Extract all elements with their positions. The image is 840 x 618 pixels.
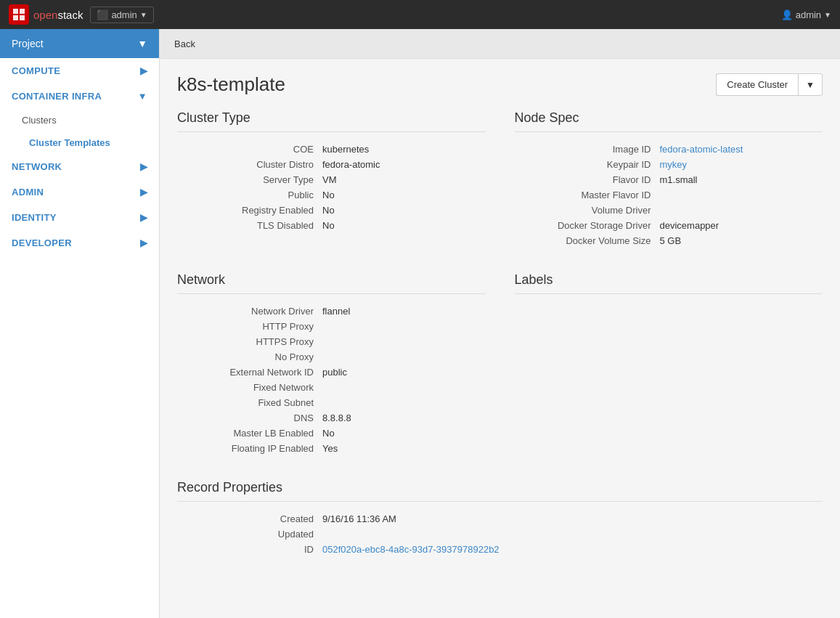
docker-storage-driver-value: devicemapper bbox=[660, 220, 823, 231]
layout: Project ▼ COMPUTE ▶ CONTAINER INFRA ▼ Cl… bbox=[0, 29, 840, 618]
project-button[interactable]: Project ▼ bbox=[0, 29, 159, 58]
volume-driver-value bbox=[660, 205, 823, 216]
nav-admin-label: admin bbox=[111, 9, 136, 20]
project-label: Project bbox=[12, 38, 44, 49]
https-proxy-label: HTTPS Proxy bbox=[177, 336, 322, 347]
tls-disabled-value: No bbox=[322, 220, 486, 231]
nav-admin-dropdown[interactable]: ⬛ admin ▼ bbox=[90, 7, 153, 23]
sidebar-section-compute[interactable]: COMPUTE ▶ bbox=[0, 58, 159, 84]
record-properties-title: Record Properties bbox=[177, 480, 823, 502]
updated-row: Updated bbox=[177, 529, 823, 540]
node-spec-section: Node Spec Image ID fedora-atomic-latest … bbox=[515, 110, 823, 251]
coe-value: kubernetes bbox=[322, 144, 486, 155]
https-proxy-row: HTTPS Proxy bbox=[177, 336, 486, 347]
no-proxy-value bbox=[322, 351, 486, 362]
tls-disabled-label: TLS Disabled bbox=[177, 220, 322, 231]
flavor-id-row: Flavor ID m1.small bbox=[515, 174, 823, 185]
tls-disabled-row: TLS Disabled No bbox=[177, 220, 486, 231]
cluster-templates-label: Cluster Templates bbox=[29, 137, 110, 148]
admin-label: Admin bbox=[12, 187, 44, 198]
network-driver-row: Network Driver flannel bbox=[177, 306, 486, 317]
create-cluster-button[interactable]: Create Cluster bbox=[716, 73, 798, 96]
created-row: Created 9/16/16 11:36 AM bbox=[177, 513, 823, 524]
external-network-id-row: External Network ID public bbox=[177, 367, 486, 378]
public-value: No bbox=[322, 190, 486, 200]
brand-name: openstack bbox=[33, 9, 83, 21]
image-id-value[interactable]: fedora-atomic-latest bbox=[660, 144, 823, 155]
cluster-distro-value: fedora-atomic bbox=[322, 159, 486, 170]
network-section-title: Network bbox=[177, 272, 486, 294]
user-caret-icon: ▼ bbox=[824, 11, 831, 19]
sidebar-item-clusters[interactable]: Clusters bbox=[0, 109, 159, 131]
labels-section-title: Labels bbox=[515, 272, 823, 294]
navbar-right-user[interactable]: 👤 admin ▼ bbox=[781, 9, 831, 20]
sidebar-section-admin[interactable]: Admin ▶ bbox=[0, 179, 159, 205]
fixed-subnet-label: Fixed Subnet bbox=[177, 397, 322, 408]
network-section: Network Network Driver flannel HTTP Prox… bbox=[177, 272, 486, 458]
back-link[interactable]: Back bbox=[174, 38, 195, 49]
admin-expand-icon: ▶ bbox=[140, 187, 147, 198]
developer-label: Developer bbox=[12, 237, 72, 248]
sidebar-section-identity[interactable]: Identity ▶ bbox=[0, 205, 159, 230]
flavor-id-value: m1.small bbox=[660, 174, 823, 185]
fixed-network-value bbox=[322, 382, 486, 393]
dns-label: DNS bbox=[177, 412, 322, 423]
sidebar-item-cluster-templates[interactable]: Cluster Templates bbox=[0, 131, 159, 154]
keypair-id-row: Keypair ID mykey bbox=[515, 159, 823, 170]
external-network-id-value: public bbox=[322, 367, 486, 378]
id-value[interactable]: 052f020a-ebc8-4a8c-93d7-3937978922b2 bbox=[322, 544, 823, 555]
sidebar: Project ▼ COMPUTE ▶ CONTAINER INFRA ▼ Cl… bbox=[0, 29, 160, 618]
created-label: Created bbox=[177, 513, 322, 524]
page-title: k8s-template bbox=[177, 73, 285, 96]
master-flavor-id-label: Master Flavor ID bbox=[515, 190, 660, 200]
server-type-label: Server Type bbox=[177, 174, 322, 185]
developer-expand-icon: ▶ bbox=[140, 237, 147, 248]
id-label: ID bbox=[177, 544, 322, 555]
master-flavor-id-value bbox=[660, 190, 823, 200]
floating-ip-enabled-value: Yes bbox=[322, 443, 486, 454]
updated-value bbox=[322, 529, 823, 540]
public-label: Public bbox=[177, 190, 322, 200]
image-id-row: Image ID fedora-atomic-latest bbox=[515, 144, 823, 155]
back-bar: Back bbox=[160, 29, 840, 59]
server-type-row: Server Type VM bbox=[177, 174, 486, 185]
volume-driver-row: Volume Driver bbox=[515, 205, 823, 216]
node-spec-table: Image ID fedora-atomic-latest Keypair ID… bbox=[515, 144, 823, 246]
image-id-label: Image ID bbox=[515, 144, 660, 155]
https-proxy-value bbox=[322, 336, 486, 347]
sections-grid-top: Cluster Type COE kubernetes Cluster Dist… bbox=[177, 110, 823, 272]
coe-label: COE bbox=[177, 144, 322, 155]
sections-grid-bottom: Network Network Driver flannel HTTP Prox… bbox=[177, 272, 823, 480]
http-proxy-label: HTTP Proxy bbox=[177, 321, 322, 332]
sidebar-section-developer[interactable]: Developer ▶ bbox=[0, 230, 159, 256]
user-icon: 👤 bbox=[781, 9, 793, 20]
record-properties-section: Record Properties Created 9/16/16 11:36 … bbox=[177, 480, 823, 555]
main-content: Back k8s-template Create Cluster ▼ Clust… bbox=[160, 29, 840, 618]
monitor-icon: ⬛ bbox=[97, 9, 108, 20]
volume-driver-label: Volume Driver bbox=[515, 205, 660, 216]
user-label: admin bbox=[796, 9, 821, 20]
sidebar-section-container-infra[interactable]: CONTAINER INFRA ▼ bbox=[0, 84, 159, 109]
caret-icon: ▼ bbox=[140, 11, 147, 19]
keypair-id-value[interactable]: mykey bbox=[660, 159, 823, 170]
project-caret: ▼ bbox=[137, 38, 147, 49]
sidebar-section-network[interactable]: NETWORK ▶ bbox=[0, 154, 159, 179]
content-area: k8s-template Create Cluster ▼ Cluster Ty… bbox=[160, 59, 840, 591]
registry-enabled-row: Registry Enabled No bbox=[177, 205, 486, 216]
no-proxy-row: No Proxy bbox=[177, 351, 486, 362]
no-proxy-label: No Proxy bbox=[177, 351, 322, 362]
svg-rect-2 bbox=[13, 15, 18, 20]
docker-volume-size-label: Docker Volume Size bbox=[515, 235, 660, 246]
brand: openstack bbox=[9, 4, 83, 25]
svg-rect-0 bbox=[13, 9, 18, 14]
dns-value: 8.8.8.8 bbox=[322, 412, 486, 423]
svg-rect-3 bbox=[20, 15, 25, 20]
http-proxy-row: HTTP Proxy bbox=[177, 321, 486, 332]
brand-logo bbox=[9, 4, 29, 25]
compute-expand-icon: ▶ bbox=[140, 65, 147, 76]
fixed-network-row: Fixed Network bbox=[177, 382, 486, 393]
docker-volume-size-row: Docker Volume Size 5 GB bbox=[515, 235, 823, 246]
create-cluster-dropdown-button[interactable]: ▼ bbox=[798, 73, 823, 96]
container-infra-label: CONTAINER INFRA bbox=[12, 91, 102, 102]
coe-row: COE kubernetes bbox=[177, 144, 486, 155]
